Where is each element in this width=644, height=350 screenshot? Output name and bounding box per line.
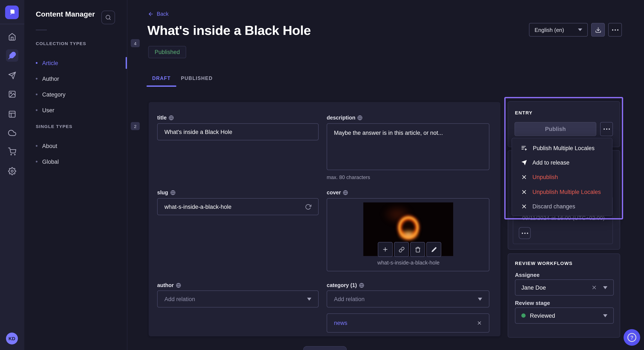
rail-media-library-button[interactable] [6,88,18,100]
trash-icon [415,246,420,252]
title-input-value: What's inside a Black Hole [164,129,232,135]
title-input[interactable]: What's inside a Black Hole [157,123,318,140]
rail-content-type-builder-button[interactable] [6,108,18,120]
menu-item-unpublish-multiple-locales[interactable]: Unpublish Multiple Locales [512,184,612,199]
globe-icon [170,190,175,195]
paper-plane-icon [8,71,16,80]
chevron-down-icon [603,314,607,317]
refresh-icon[interactable] [305,203,311,210]
sidebar-item-about[interactable]: About [36,140,121,151]
media-library-icon [8,90,16,98]
category-relation-item: news [327,313,490,333]
menu-item-label: Add to release [532,160,570,166]
review-stage-select[interactable]: Reviewed [515,308,614,324]
publish-options-menu: Publish Multiple Locales Add to release … [512,138,612,216]
rail-marketplace-button[interactable] [6,146,18,158]
scheduled-more-button[interactable] [519,227,531,239]
description-textarea[interactable]: Maybe the answer is in this article, or … [327,123,490,170]
menu-item-add-to-release[interactable]: Add to release [512,156,612,170]
sidebar-item-global[interactable]: Global [36,156,121,167]
title-field-label: title [157,115,174,121]
sidebar-item-label: User [42,107,54,113]
paper-plane-icon [521,160,527,166]
cover-field: what-s-inside-a-black-hole [327,198,490,271]
bullet-icon [36,161,38,163]
tab-published[interactable]: PUBLISHED [180,71,213,85]
slug-input[interactable]: what-s-inside-a-black-hole [157,198,318,215]
menu-item-unpublish[interactable]: Unpublish [512,170,612,185]
globe-icon [169,115,174,120]
list-plus-icon [521,145,528,151]
back-label: Back [157,11,169,17]
locale-select[interactable]: English (en) [529,23,588,37]
description-field-label: description [327,115,363,121]
entry-more-button[interactable] [600,122,613,136]
collection-types-count: 4 [131,39,140,47]
tab-draft[interactable]: DRAFT [146,71,176,85]
sidebar-item-author[interactable]: Author [36,73,121,84]
menu-item-publish-multiple-locales[interactable]: Publish Multiple Locales [512,141,612,156]
author-placeholder: Add relation [164,296,195,302]
sidebar-item-category[interactable]: Category [36,89,121,100]
menu-item-discard-changes[interactable]: Discard changes [512,199,612,214]
bottom-peek-element [303,346,347,350]
field-label-text: slug [157,190,168,196]
rail-deploy-button[interactable] [6,127,18,139]
field-label-text: description [327,115,356,121]
arrow-left-icon [148,11,154,17]
rail-content-manager-button[interactable] [6,49,18,62]
stage-value: Reviewed [530,312,603,319]
sidebar-item-label: Article [42,60,58,66]
active-tab-indicator [146,85,176,87]
more-horizontal-icon [603,128,610,130]
sidebar-item-article[interactable]: Article [36,57,121,68]
category-field-label: category (1) [327,282,364,288]
assignee-select[interactable]: Jane Doe [515,279,614,296]
cover-edit-button[interactable] [426,242,441,257]
section-collection-types: COLLECTION TYPES [36,41,86,46]
sidebar-title: Content Manager [36,10,95,19]
category-relation-select[interactable]: Add relation [327,291,490,308]
stage-status-dot [521,313,526,318]
sidebar-item-label: Author [42,75,59,82]
back-link[interactable]: Back [148,11,169,17]
edit-form-card: title What's inside a Black Hole descrip… [149,102,500,336]
cover-add-button[interactable] [378,242,393,257]
link-icon [398,246,404,252]
bullet-icon [36,145,38,147]
tab-label: DRAFT [152,76,171,81]
cross-icon [521,189,527,195]
sidebar-item-label: Category [42,91,66,98]
description-helper: max. 80 characters [327,174,370,180]
rail-divider [0,24,24,24]
menu-item-label: Unpublish Multiple Locales [532,189,601,195]
tab-label: PUBLISHED [181,76,212,81]
relation-link-news[interactable]: news [334,320,347,326]
clear-icon[interactable] [591,285,597,291]
strapi-logo-icon [8,8,16,16]
plus-icon [382,246,388,253]
settings-gear-icon [8,167,16,175]
author-relation-select[interactable]: Add relation [157,291,318,308]
header-more-button[interactable] [608,23,622,37]
home-icon [8,33,16,41]
user-avatar[interactable]: KD [6,333,18,345]
cover-delete-button[interactable] [410,242,425,257]
cover-copy-link-button[interactable] [394,242,409,257]
menu-item-label: Unpublish [532,174,558,180]
close-icon[interactable] [476,320,482,326]
field-label-text: category (1) [327,282,357,288]
publish-button[interactable]: Publish [514,122,596,136]
layout-icon [8,110,16,118]
sidebar-item-user[interactable]: User [36,105,121,116]
rail-settings-button[interactable] [6,165,18,177]
sidebar-item-label: Global [42,159,59,165]
globe-icon [176,283,181,288]
rail-releases-button[interactable] [6,69,18,82]
export-button[interactable] [591,23,605,37]
status-badge: Published [148,46,186,58]
rail-home-button[interactable] [6,31,18,43]
strapi-logo[interactable] [5,5,19,19]
sidebar-search-button[interactable] [101,11,115,24]
help-button[interactable]: ? [624,329,640,346]
